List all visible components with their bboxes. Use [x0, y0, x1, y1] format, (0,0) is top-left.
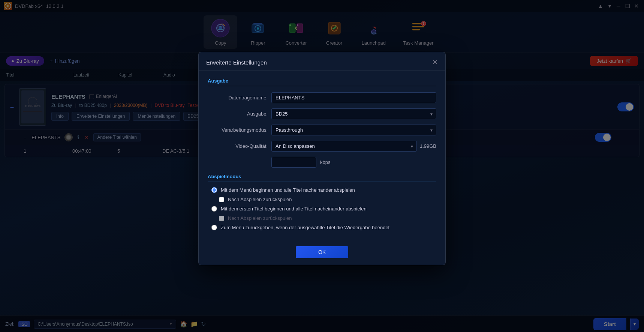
- form-row-video-qualitaet: Video-Qualität: An Disc anpassen Benutze…: [208, 141, 436, 152]
- input-datentraeger[interactable]: [271, 92, 436, 103]
- select-ausgabe[interactable]: BD25 BD50 DVD: [271, 108, 436, 119]
- radio-label-3: Zum Menü zurückgehen, wenn der ausgewähl…: [221, 225, 389, 230]
- modal-title: Erweiterte Einstellungen: [206, 59, 267, 66]
- label-video-qualitaet: Video-Qualität:: [208, 143, 268, 149]
- form-row-ausgabe: Ausgabe: BD25 BD50 DVD: [208, 108, 436, 119]
- form-row-verarbeitungsmodus: Verarbeitungsmodus: Passthrough Remux: [208, 125, 436, 135]
- radio-label-2: Mit dem ersten Titel beginnen und alle T…: [221, 206, 367, 212]
- checkbox-1[interactable]: [219, 197, 224, 202]
- checkbox-label-2: Nach Abspielen zurückspulen: [228, 215, 292, 221]
- kbps-label: kbps: [320, 159, 330, 165]
- select-verarbeitungsmodus[interactable]: Passthrough Remux: [271, 125, 436, 135]
- radio-2[interactable]: [211, 206, 217, 212]
- quality-select-wrap: An Disc anpassen Benutzerdefiniert: [271, 141, 417, 152]
- quality-gb: 1.99GB: [420, 143, 436, 149]
- checkbox-label-1: Nach Abspielen zurückspulen: [228, 197, 292, 202]
- select-video-qualitaet[interactable]: An Disc anpassen Benutzerdefiniert: [271, 141, 417, 152]
- radio-row-2: Mit dem ersten Titel beginnen und alle T…: [208, 206, 436, 212]
- label-ausgabe: Ausgabe:: [208, 111, 268, 117]
- ok-button[interactable]: OK: [296, 246, 348, 258]
- input-kbps[interactable]: [271, 157, 316, 168]
- modal-close-button[interactable]: ✕: [432, 58, 438, 66]
- modal-footer: OK: [199, 242, 445, 265]
- abspielmodus-section-title: Abspielmodus: [208, 174, 436, 182]
- form-row-kbps: kbps: [208, 157, 436, 168]
- radio-row-1: Mit dem Menü beginnen und alle Titel nac…: [208, 187, 436, 193]
- checkbox-row-2: Nach Abspielen zurückspulen: [208, 215, 436, 221]
- quality-row: An Disc anpassen Benutzerdefiniert 1.99G…: [271, 141, 436, 152]
- label-datentraeger: Datenträgername:: [208, 95, 268, 101]
- radio-3[interactable]: [211, 225, 217, 230]
- modal-overlay: Erweiterte Einstellungen ✕ Ausgabe Daten…: [0, 0, 644, 332]
- modal-header: Erweiterte Einstellungen ✕: [199, 52, 445, 71]
- checkbox-2[interactable]: [219, 216, 224, 221]
- modal-dialog: Erweiterte Einstellungen ✕ Ausgabe Daten…: [198, 52, 446, 265]
- radio-1[interactable]: [211, 187, 217, 193]
- label-verarbeitungsmodus: Verarbeitungsmodus:: [208, 127, 268, 133]
- select-ausgabe-wrap: BD25 BD50 DVD: [271, 108, 436, 119]
- modal-body: Ausgabe Datenträgername: Ausgabe: BD25 B…: [199, 71, 445, 242]
- radio-label-1: Mit dem Menü beginnen und alle Titel nac…: [221, 187, 355, 193]
- ausgabe-section-title: Ausgabe: [208, 78, 436, 86]
- checkbox-row-1: Nach Abspielen zurückspulen: [208, 197, 436, 202]
- form-row-datentraeger: Datenträgername:: [208, 92, 436, 103]
- select-verarbeitungsmodus-wrap: Passthrough Remux: [271, 125, 436, 135]
- radio-row-3: Zum Menü zurückgehen, wenn der ausgewähl…: [208, 225, 436, 230]
